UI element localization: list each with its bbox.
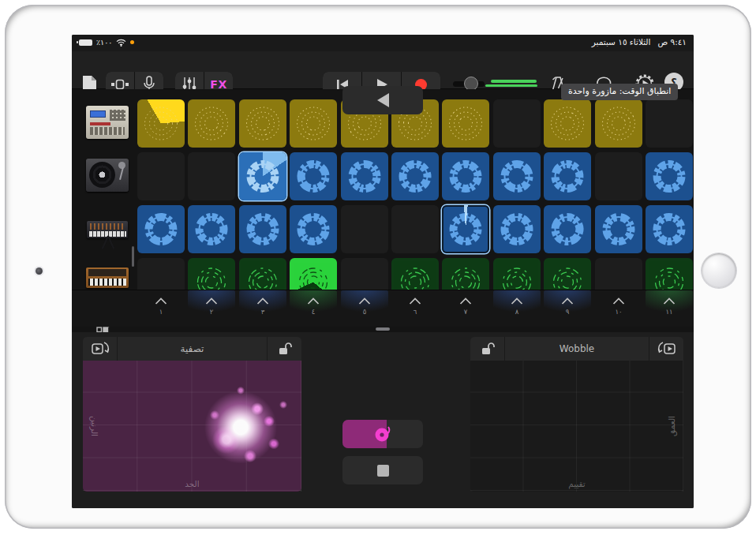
battery-icon [79, 39, 92, 46]
time-snap-tooltip: انطباق الوقت: مازورة واحدة [561, 84, 678, 100]
wobble-xy-pad[interactable]: العمق تقييم [470, 361, 683, 492]
track-icon-synth[interactable] [81, 208, 133, 251]
filter-lock-button[interactable] [267, 337, 301, 361]
status-time: ٩:٤١ ص [657, 37, 687, 47]
loop-cell-r1c4-loop[interactable] [290, 99, 337, 148]
vinyl-scratch-button[interactable] [342, 420, 423, 448]
mic-in-use-indicator [130, 40, 134, 44]
filter-x-axis-label: الحد [83, 479, 301, 488]
filter-pad-title: تصفية [118, 343, 267, 354]
loop-cell-r3c1-loop[interactable] [137, 205, 185, 253]
column-trigger-1[interactable]: ١ [137, 290, 185, 327]
loop-cell-r1c8-empty[interactable] [493, 99, 541, 148]
loop-cell-r2c1-empty[interactable] [137, 152, 185, 200]
garageband-screen: ٪١٠٠ ٩:٤١ ص الثلاثاء ١٥ سبتمبر [72, 35, 694, 508]
loop-cell-r1c2-loop[interactable] [188, 99, 235, 148]
drum-machine-image [86, 106, 129, 139]
vinyl-record-icon [373, 425, 392, 443]
stop-icon [377, 465, 389, 477]
track-icon-drum-machine[interactable] [81, 99, 133, 145]
chevron-up-icon [663, 297, 676, 305]
loop-cell-r2c5-loop[interactable] [341, 152, 388, 200]
status-bar: ٪١٠٠ ٩:٤١ ص الثلاثاء ١٥ سبتمبر [72, 35, 694, 51]
wobble-swap-button[interactable] [649, 337, 683, 361]
filter-swap-button[interactable] [83, 337, 118, 361]
loop-cell-r3c7-selected[interactable] [442, 205, 489, 253]
column-number: ٥ [363, 308, 367, 316]
chevron-up-icon [256, 297, 269, 305]
loop-cell-r3c11-loop[interactable] [646, 205, 693, 253]
wobble-lock-button[interactable] [470, 337, 505, 361]
battery-percent: ٪١٠٠ [96, 38, 112, 47]
column-number: ٦ [414, 308, 417, 316]
loop-cell-r1c3-loop[interactable] [239, 99, 286, 148]
loop-cell-r1c9-loop[interactable] [544, 99, 591, 148]
loop-cell-r3c4-loop[interactable] [290, 205, 337, 253]
filter-xy-pad[interactable]: الرنين الحد [83, 361, 301, 492]
column-trigger-11[interactable]: ١١ [646, 290, 693, 327]
column-trigger-4[interactable]: ٤ [290, 290, 337, 327]
column-number: ٢ [210, 308, 214, 316]
loop-cell-r3c9-loop[interactable] [544, 205, 591, 253]
loop-cell-r1c11-empty[interactable] [646, 99, 693, 148]
column-trigger-10[interactable]: ١٠ [595, 290, 642, 327]
column-number: ٤ [312, 308, 316, 316]
loop-cell-r1c10-loop[interactable] [595, 99, 642, 148]
track-scrollbar [132, 246, 134, 267]
reverse-button[interactable] [342, 86, 423, 114]
loop-cell-r1c7-loop[interactable] [442, 99, 489, 148]
loop-cell-r3c3-loop[interactable] [239, 205, 286, 253]
loop-cell-r3c6-empty[interactable] [391, 205, 439, 253]
turntable-image [86, 159, 129, 192]
loop-cell-r2c8-loop[interactable] [493, 152, 541, 200]
column-trigger-5[interactable]: ٥ [341, 290, 388, 327]
level-meter-bottom [485, 84, 537, 88]
swap-effect-icon [657, 340, 676, 357]
loop-cell-r1c1-playing[interactable] [137, 99, 185, 148]
column-trigger-6[interactable]: ٦ [391, 290, 439, 327]
tape-stop-button[interactable] [342, 456, 423, 484]
column-trigger-2[interactable]: ٢ [188, 290, 235, 327]
unlock-icon [277, 341, 293, 357]
loop-cell-r2c3-playing[interactable] [239, 152, 286, 200]
column-trigger-3[interactable]: ٣ [239, 290, 286, 327]
loop-cell-r2c10-empty[interactable] [595, 152, 642, 200]
loop-cell-r2c6-loop[interactable] [391, 152, 439, 200]
column-trigger-9[interactable]: ٩ [544, 290, 591, 327]
chevron-up-icon [612, 297, 625, 305]
wifi-icon [116, 39, 126, 47]
chevron-up-icon [358, 297, 371, 305]
chevron-up-icon [409, 297, 421, 305]
loop-cell-r2c9-loop[interactable] [544, 152, 591, 200]
column-number: ٩ [566, 308, 570, 316]
loop-cell-r2c11-loop[interactable] [646, 152, 693, 200]
reverse-icon [377, 93, 389, 107]
column-trigger-8[interactable]: ٨ [493, 290, 541, 327]
loop-cell-r2c7-loop[interactable] [442, 152, 489, 200]
wobble-pad-title: Wobble [505, 343, 649, 354]
playhead-wedge [442, 205, 489, 253]
remix-fx-panel: تصفية الرنين الحد [72, 332, 694, 508]
loop-cell-r2c4-loop[interactable] [290, 152, 337, 200]
wobble-pad-header: Wobble [470, 337, 683, 361]
status-date: الثلاثاء ١٥ سبتمبر [592, 37, 651, 47]
column-number: ١ [159, 308, 163, 316]
track-icon-turntable[interactable] [81, 152, 133, 198]
loop-cell-r3c10-loop[interactable] [595, 205, 642, 253]
column-number: ٨ [515, 308, 519, 316]
ipad-bezel: ٪١٠٠ ٩:٤١ ص الثلاثاء ١٥ سبتمبر [5, 5, 751, 529]
wobble-pad-gridlines [470, 361, 683, 492]
home-button[interactable] [702, 253, 736, 288]
swap-effect-icon [91, 340, 110, 357]
loop-cell-r3c8-loop[interactable] [493, 205, 541, 253]
loop-cell-r3c2-loop[interactable] [188, 205, 235, 253]
front-camera [36, 268, 43, 275]
column-trigger-7[interactable]: ٧ [442, 290, 489, 327]
loop-cell-r3c5-empty[interactable] [341, 205, 388, 253]
filter-pad-header: تصفية [83, 337, 301, 361]
column-number: ١١ [665, 308, 672, 316]
chevron-up-icon [307, 297, 320, 305]
loop-cell-r2c2-empty[interactable] [188, 152, 235, 200]
grid-resize-handle[interactable] [376, 327, 390, 331]
status-left-cluster: ٪١٠٠ [79, 38, 134, 47]
